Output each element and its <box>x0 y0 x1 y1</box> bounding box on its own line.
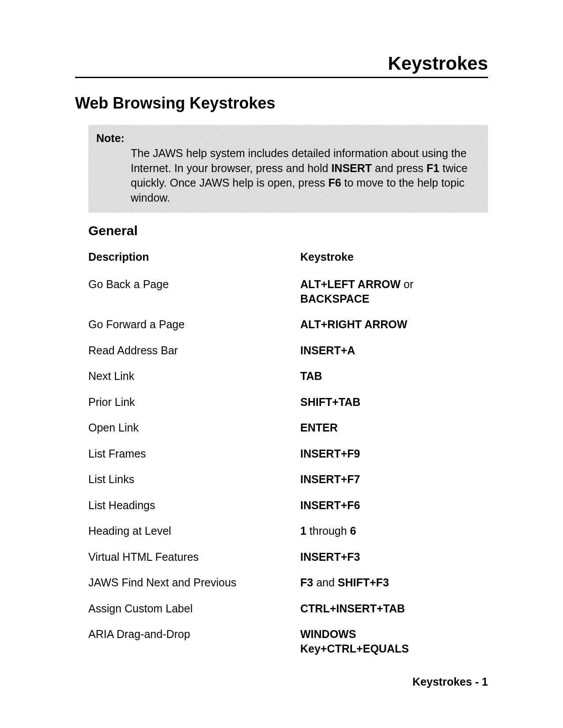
table-row: List LinksINSERT+F7 <box>88 472 424 487</box>
cell-description: Next Link <box>88 369 300 383</box>
table-header-row: Description Keystroke <box>88 250 424 264</box>
header-description: Description <box>88 250 300 264</box>
cell-keystroke: INSERT+F3 <box>300 550 424 564</box>
table-row: Open LinkENTER <box>88 420 424 435</box>
section-title: Web Browsing Keystrokes <box>75 94 488 113</box>
table-row: Read Address BarINSERT+A <box>88 343 424 358</box>
table-row: List HeadingsINSERT+F6 <box>88 498 424 513</box>
table-row: JAWS Find Next and PreviousF3 and SHIFT+… <box>88 575 424 590</box>
cell-description: Prior Link <box>88 395 300 409</box>
cell-keystroke: SHIFT+TAB <box>300 395 424 409</box>
cell-keystroke: 1 through 6 <box>300 524 424 538</box>
cell-keystroke: ENTER <box>300 420 424 435</box>
cell-keystroke: WINDOWS Key+CTRL+EQUALS <box>300 627 424 656</box>
cell-description: ARIA Drag-and-Drop <box>88 627 300 642</box>
cell-keystroke: ALT+LEFT ARROW or BACKSPACE <box>300 277 424 306</box>
table-row: Assign Custom LabelCTRL+INSERT+TAB <box>88 601 424 616</box>
cell-keystroke: INSERT+F6 <box>300 498 424 513</box>
cell-keystroke: INSERT+F9 <box>300 447 424 461</box>
table-row: Virtual HTML FeaturesINSERT+F3 <box>88 550 424 564</box>
table-row: ARIA Drag-and-DropWINDOWS Key+CTRL+EQUAL… <box>88 627 424 656</box>
page: Keystrokes Web Browsing Keystrokes Note:… <box>0 0 563 728</box>
cell-description: Go Forward a Page <box>88 317 300 332</box>
table-row: Prior LinkSHIFT+TAB <box>88 395 424 409</box>
cell-keystroke: ALT+RIGHT ARROW <box>300 317 424 332</box>
table-row: Next LinkTAB <box>88 369 424 383</box>
table-row: Go Back a PageALT+LEFT ARROW or BACKSPAC… <box>88 277 424 306</box>
cell-keystroke: F3 and SHIFT+F3 <box>300 575 424 590</box>
cell-description: Read Address Bar <box>88 343 300 358</box>
table-row: List FramesINSERT+F9 <box>88 447 424 461</box>
cell-description: Go Back a Page <box>88 277 300 292</box>
note-box: Note: The JAWS help system includes deta… <box>88 125 488 213</box>
keystroke-table: Description Keystroke Go Back a PageALT+… <box>88 250 424 656</box>
note-body: The JAWS help system includes detailed i… <box>131 146 480 206</box>
header-keystroke: Keystroke <box>300 250 424 264</box>
cell-description: Assign Custom Label <box>88 601 300 616</box>
cell-description: Open Link <box>88 420 300 435</box>
cell-description: Heading at Level <box>88 524 300 538</box>
cell-keystroke: TAB <box>300 369 424 383</box>
page-footer: Keystrokes - 1 <box>412 675 488 688</box>
cell-keystroke: INSERT+A <box>300 343 424 358</box>
table-row: Heading at Level1 through 6 <box>88 524 424 538</box>
cell-description: List Links <box>88 472 300 487</box>
cell-description: List Frames <box>88 447 300 461</box>
chapter-title: Keystrokes <box>75 53 488 78</box>
cell-description: Virtual HTML Features <box>88 550 300 564</box>
cell-description: JAWS Find Next and Previous <box>88 575 300 590</box>
cell-description: List Headings <box>88 498 300 513</box>
note-label: Note: <box>96 132 125 144</box>
sub-heading-general: General <box>88 223 488 238</box>
table-row: Go Forward a PageALT+RIGHT ARROW <box>88 317 424 332</box>
cell-keystroke: CTRL+INSERT+TAB <box>300 601 424 616</box>
cell-keystroke: INSERT+F7 <box>300 472 424 487</box>
